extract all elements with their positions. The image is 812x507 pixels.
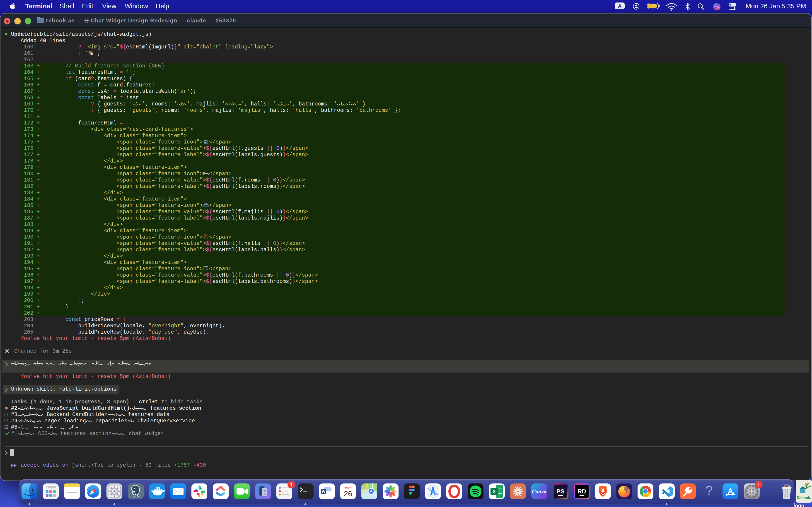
svg-text:Mon: Mon xyxy=(345,486,352,490)
svg-text:Canva: Canva xyxy=(532,489,547,494)
svg-text:26: 26 xyxy=(344,489,352,498)
svg-text:Rebook.: Rebook. xyxy=(797,496,811,500)
svg-text:PS: PS xyxy=(556,488,564,495)
svg-text:RD: RD xyxy=(577,488,586,495)
svg-text:X: X xyxy=(492,489,496,494)
svg-text:?: ? xyxy=(706,483,713,498)
svg-text:W: W xyxy=(322,490,325,494)
